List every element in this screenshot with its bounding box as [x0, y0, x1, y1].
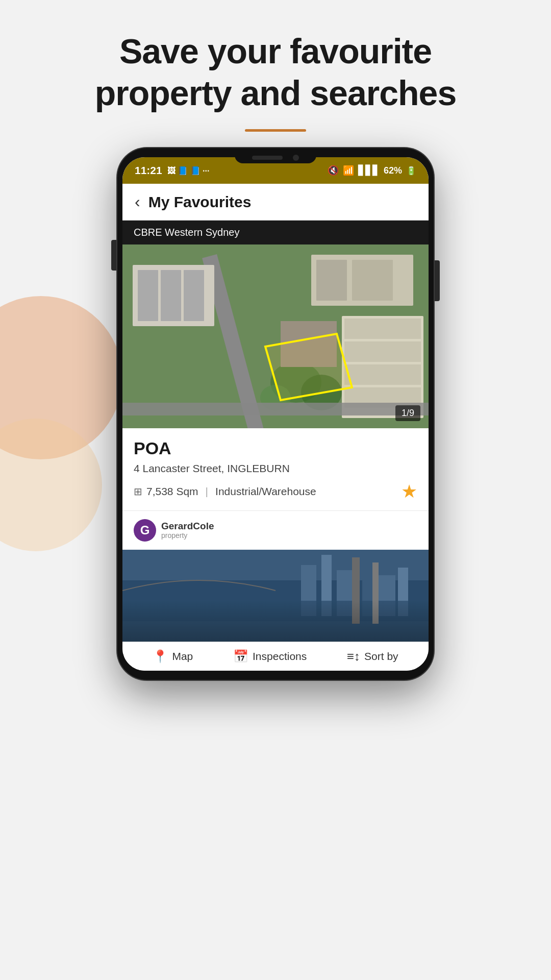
phone-camera	[293, 155, 299, 161]
svg-rect-8	[352, 260, 393, 301]
header-section: Save your favourite property and searche…	[0, 0, 551, 152]
meta-divider: |	[206, 485, 208, 498]
status-time: 11:21 🖼 📘 📘 ···	[135, 164, 209, 177]
svg-rect-4	[161, 270, 181, 321]
inspections-button[interactable]: 📅 Inspections	[233, 649, 307, 664]
svg-rect-12	[344, 364, 421, 385]
property-price: POA	[134, 438, 417, 458]
agent-logo-bar: G GerardCole property	[122, 510, 429, 550]
inspections-icon: 📅	[233, 649, 248, 664]
phone-speaker	[252, 156, 283, 160]
second-listing-gradient	[122, 601, 429, 642]
svg-rect-11	[344, 341, 421, 362]
phone-notch	[235, 152, 316, 163]
signal-icon: ▋▋▋	[358, 165, 380, 176]
property-type: Industrial/Warehouse	[215, 485, 316, 498]
status-right: 🔇 📶 ▋▋▋ 62% 🔋	[328, 165, 416, 176]
map-button[interactable]: 📍 Map	[153, 649, 193, 664]
second-listing-image[interactable]	[122, 550, 429, 642]
map-label: Map	[172, 650, 193, 663]
aerial-map	[122, 244, 429, 428]
size-icon: ⊞	[134, 485, 142, 498]
svg-marker-19	[265, 334, 352, 400]
mute-icon: 🔇	[328, 165, 339, 176]
phone-screen: 11:21 🖼 📘 📘 ··· 🔇 📶 ▋▋▋ 62% 🔋 ‹ My Favou…	[122, 157, 429, 671]
agent-name: GerardCole	[161, 521, 214, 532]
agent-subtitle: property	[161, 531, 214, 540]
sort-icon: ≡↕	[347, 649, 360, 664]
svg-rect-5	[184, 270, 204, 321]
map-icon: 📍	[153, 649, 168, 664]
property-size: 7,538 Sqm	[146, 485, 198, 498]
property-details: POA 4 Lancaster Street, INGLEBURN ⊞ 7,53…	[122, 428, 429, 510]
property-image[interactable]: 1/9	[122, 244, 429, 428]
aerial-svg	[122, 244, 429, 428]
battery-indicator: 62%	[384, 165, 402, 176]
sortby-button[interactable]: ≡↕ Sort by	[347, 649, 398, 664]
bottom-toolbar: 📍 Map 📅 Inspections ≡↕ Sort by	[122, 642, 429, 671]
sortby-label: Sort by	[364, 650, 398, 663]
screen-title: My Favourites	[148, 193, 252, 211]
wifi-icon: 📶	[343, 165, 354, 176]
svg-rect-3	[138, 270, 158, 321]
property-address: 4 Lancaster Street, INGLEBURN	[134, 462, 417, 475]
inspections-label: Inspections	[253, 650, 307, 663]
back-button[interactable]: ‹	[135, 192, 140, 211]
agent-logo-text-group: GerardCole property	[161, 521, 214, 540]
image-counter: 1/9	[395, 405, 420, 421]
agent-logo-icon: G	[134, 519, 156, 542]
svg-rect-10	[344, 318, 421, 339]
navigation-bar: ‹ My Favourites	[122, 184, 429, 220]
phone-outer-frame: 11:21 🖼 📘 📘 ··· 🔇 📶 ▋▋▋ 62% 🔋 ‹ My Favou…	[117, 148, 434, 680]
agent-banner: CBRE Western Sydney	[122, 220, 429, 244]
svg-rect-7	[316, 260, 347, 301]
phone-device: 11:21 🖼 📘 📘 ··· 🔇 📶 ▋▋▋ 62% 🔋 ‹ My Favou…	[117, 148, 434, 680]
battery-icon: 🔋	[406, 166, 416, 176]
status-icons-left: 🖼 📘 📘 ···	[167, 166, 210, 176]
header-divider	[245, 129, 306, 132]
page-title: Save your favourite property and searche…	[51, 31, 500, 114]
property-meta: ⊞ 7,538 Sqm | Industrial/Warehouse ★	[134, 481, 417, 502]
svg-rect-17	[122, 403, 429, 415]
favorite-star[interactable]: ★	[401, 481, 417, 502]
